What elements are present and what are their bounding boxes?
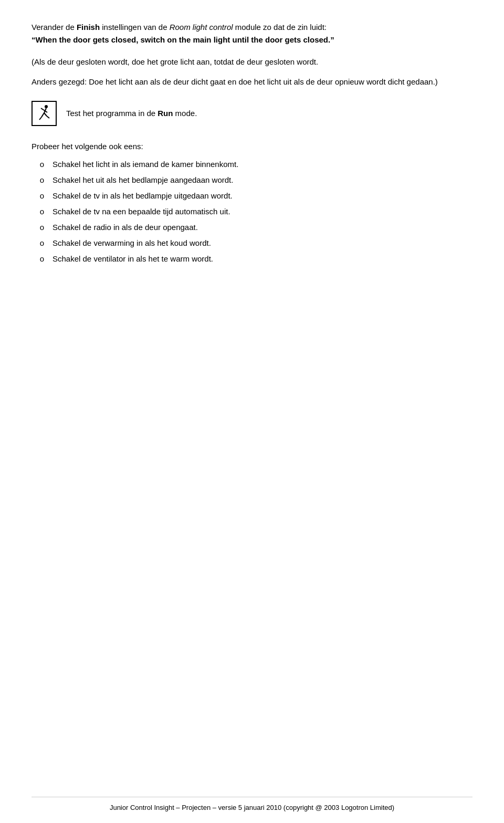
bullet-marker: o xyxy=(32,174,52,186)
list-item: oSchakel de radio in als de deur opengaa… xyxy=(32,221,441,234)
bullet-text: Schakel de radio in als de deur opengaat… xyxy=(52,221,441,234)
run-mode-text-post: mode. xyxy=(173,109,197,118)
footer-text: Junior Control Insight – Projecten – ver… xyxy=(110,804,394,811)
bullet-text: Schakel het uit als het bedlampje aanged… xyxy=(52,174,441,186)
list-item: oSchakel de tv na een bepaalde tijd auto… xyxy=(32,205,441,218)
intro-paragraph: Verander de Finish instellingen van de R… xyxy=(32,21,441,46)
page-content: Verander de Finish instellingen van de R… xyxy=(0,0,472,318)
list-item: oSchakel het uit als het bedlampje aange… xyxy=(32,174,441,186)
intro-line1-post-pre: instellingen van de xyxy=(100,23,170,32)
anders-paragraph: Anders gezegd: Doe het licht aan als de … xyxy=(32,76,441,88)
intro-bold-sentence: “When the door gets closed, switch on th… xyxy=(32,35,334,44)
bullet-list: oSchakel het licht in als iemand de kame… xyxy=(32,158,441,265)
bullet-marker: o xyxy=(32,158,52,171)
svg-line-5 xyxy=(39,117,41,120)
intro-finish-bold: Finish xyxy=(77,23,100,32)
intro-italic-module: Room light control xyxy=(170,23,233,32)
bullet-marker: o xyxy=(32,190,52,202)
probeer-section: Probeer het volgende ook eens: oSchakel … xyxy=(32,141,441,265)
bullet-marker: o xyxy=(32,237,52,249)
list-item: oSchakel de ventilator in als het te war… xyxy=(32,253,441,265)
list-item: oSchakel de tv in als het bedlampje uitg… xyxy=(32,190,441,202)
bullet-text: Schakel het licht in als iemand de kamer… xyxy=(52,158,441,171)
run-mode-bold: Run xyxy=(158,109,173,118)
bullet-text: Schakel de tv na een bepaalde tijd autom… xyxy=(52,205,441,218)
intro-line1-pre: Verander de xyxy=(32,23,77,32)
list-item: oSchakel de verwarming in als het koud w… xyxy=(32,237,441,249)
intro-line1-post: module zo dat de zin luidt: xyxy=(233,23,327,32)
bullet-text: Schakel de verwarming in als het koud wo… xyxy=(52,237,441,249)
run-mode-section: Test het programma in de Run mode. xyxy=(32,101,441,126)
probeer-heading: Probeer het volgende ook eens: xyxy=(32,141,441,153)
bullet-text: Schakel de ventilator in als het te warm… xyxy=(52,253,441,265)
run-mode-text-pre: Test het programma in de xyxy=(66,109,158,118)
svg-line-2 xyxy=(41,108,44,110)
bullet-marker: o xyxy=(32,253,52,265)
bullet-marker: o xyxy=(32,221,52,234)
runner-svg xyxy=(35,104,54,123)
list-item: oSchakel het licht in als iemand de kame… xyxy=(32,158,441,171)
run-mode-icon xyxy=(32,101,57,126)
bullet-text: Schakel de tv in als het bedlampje uitge… xyxy=(52,190,441,202)
parenthetical-paragraph: (Als de deur gesloten wordt, doe het gro… xyxy=(32,56,441,68)
run-mode-text: Test het programma in de Run mode. xyxy=(66,107,197,120)
svg-line-6 xyxy=(44,113,47,116)
svg-line-7 xyxy=(47,116,49,118)
bullet-marker: o xyxy=(32,205,52,218)
page-footer: Junior Control Insight – Projecten – ver… xyxy=(32,797,472,813)
svg-line-4 xyxy=(41,113,44,117)
svg-point-0 xyxy=(45,105,48,108)
